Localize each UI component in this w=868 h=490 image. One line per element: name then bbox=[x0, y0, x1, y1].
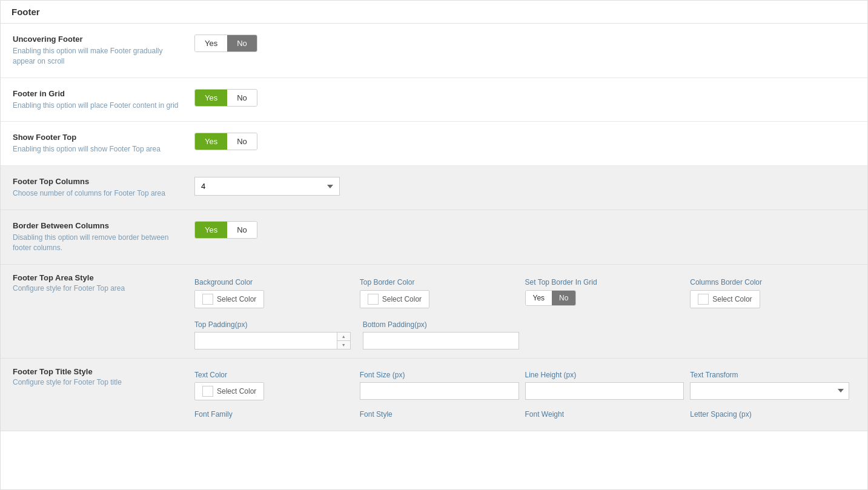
top-padding-input[interactable] bbox=[195, 333, 350, 349]
footer-top-area-style-label: Footer Top Area Style Configure style fo… bbox=[13, 273, 194, 293]
footer-top-columns-desc: Choose number of columns for Footer Top … bbox=[13, 188, 182, 199]
top-border-color-btn-label: Select Color bbox=[382, 295, 422, 303]
top-border-color-cell: Top Border Color Select Color bbox=[360, 273, 525, 313]
footer-top-title-style-content: Text Color Select Color Font Size (px) L… bbox=[194, 367, 855, 422]
bottom-padding-input-wrap bbox=[363, 332, 519, 349]
uncovering-footer-row: Uncovering Footer Enabling this option w… bbox=[1, 24, 867, 78]
footer-top-area-style-title: Footer Top Area Style bbox=[13, 273, 194, 282]
footer-top-columns-row: Footer Top Columns Choose number of colu… bbox=[1, 166, 867, 210]
border-between-columns-row: Border Between Columns Disabling this op… bbox=[1, 210, 867, 265]
footer-in-grid-yes[interactable]: Yes bbox=[195, 90, 227, 106]
title-style-grid-2: Font Family Font Style Font Weight Lette… bbox=[194, 406, 855, 422]
border-between-columns-title: Border Between Columns bbox=[13, 221, 182, 230]
footer-in-grid-no[interactable]: No bbox=[227, 90, 257, 106]
bg-color-btn[interactable]: Select Color bbox=[194, 290, 264, 308]
letter-spacing-label: Letter Spacing (px) bbox=[690, 410, 849, 419]
show-footer-top-toggle: Yes No bbox=[194, 133, 257, 150]
line-height-cell: Line Height (px) bbox=[525, 367, 691, 404]
bottom-padding-label: Bottom Padding(px) bbox=[363, 320, 519, 329]
bottom-padding-input[interactable] bbox=[363, 333, 518, 349]
uncovering-footer-toggle: Yes No bbox=[194, 35, 257, 52]
line-height-input[interactable] bbox=[525, 382, 684, 400]
spinner-up-icon[interactable]: ▲ bbox=[337, 333, 350, 341]
uncovering-footer-title: Uncovering Footer bbox=[13, 35, 182, 44]
top-border-color-btn[interactable]: Select Color bbox=[360, 290, 429, 308]
bg-color-label: Background Color bbox=[194, 278, 354, 286]
font-family-cell: Font Family bbox=[194, 406, 360, 422]
footer-top-area-style-row: Footer Top Area Style Configure style fo… bbox=[1, 265, 867, 359]
text-color-swatch bbox=[202, 386, 213, 397]
padding-row: Top Padding(px) ▲ ▼ Bottom Padding(px) bbox=[194, 320, 855, 349]
footer-in-grid-desc: Enabling this option will place Footer c… bbox=[13, 101, 182, 111]
uncovering-footer-label: Uncovering Footer Enabling this option w… bbox=[13, 35, 194, 67]
border-between-yes[interactable]: Yes bbox=[195, 222, 227, 238]
set-top-border-cell: Set Top Border In Grid Yes No bbox=[525, 273, 691, 313]
uncovering-footer-yes[interactable]: Yes bbox=[195, 35, 227, 51]
page-title: Footer bbox=[1, 1, 867, 24]
font-style-cell: Font Style bbox=[360, 406, 525, 422]
show-footer-top-label: Show Footer Top Enabling this option wil… bbox=[13, 133, 194, 154]
text-color-cell: Text Color Select Color bbox=[194, 367, 360, 404]
top-border-color-label: Top Border Color bbox=[360, 278, 519, 286]
font-style-label: Font Style bbox=[360, 410, 519, 419]
footer-in-grid-label: Footer in Grid Enabling this option will… bbox=[13, 89, 194, 111]
footer-top-title-style-row: Footer Top Title Style Configure style f… bbox=[1, 359, 867, 431]
bottom-padding-cell: Bottom Padding(px) bbox=[363, 320, 519, 349]
top-border-color-swatch bbox=[368, 294, 379, 305]
line-height-label: Line Height (px) bbox=[525, 371, 684, 379]
footer-top-columns-select[interactable]: 4 1 2 3 bbox=[194, 177, 340, 196]
set-top-border-label: Set Top Border In Grid bbox=[525, 278, 684, 286]
top-padding-label: Top Padding(px) bbox=[194, 320, 351, 329]
set-top-border-toggle: Yes No bbox=[525, 290, 577, 306]
bg-color-swatch bbox=[202, 294, 213, 305]
columns-border-color-label: Columns Border Color bbox=[690, 278, 849, 286]
columns-border-color-cell: Columns Border Color Select Color bbox=[690, 273, 855, 313]
text-color-btn-label: Select Color bbox=[217, 387, 256, 396]
page-wrapper: Footer Uncovering Footer Enabling this o… bbox=[0, 0, 868, 490]
uncovering-footer-desc: Enabling this option will make Footer gr… bbox=[13, 46, 182, 67]
footer-top-title-style-desc: Configure style for Footer Top title bbox=[13, 378, 194, 386]
set-top-border-no[interactable]: No bbox=[552, 291, 575, 305]
text-transform-select[interactable]: None Uppercase Lowercase Capitalize bbox=[690, 382, 849, 400]
font-size-cell: Font Size (px) bbox=[360, 367, 525, 404]
footer-in-grid-row: Footer in Grid Enabling this option will… bbox=[1, 78, 867, 122]
padding-spacer2 bbox=[699, 320, 855, 349]
letter-spacing-cell: Letter Spacing (px) bbox=[690, 406, 855, 422]
show-footer-top-title: Show Footer Top bbox=[13, 133, 182, 142]
footer-in-grid-title: Footer in Grid bbox=[13, 89, 182, 98]
footer-top-color-grid: Background Color Select Color Top Border… bbox=[194, 273, 855, 313]
footer-in-grid-content: Yes No bbox=[194, 89, 855, 107]
uncovering-footer-no[interactable]: No bbox=[227, 35, 257, 51]
top-padding-input-wrap: ▲ ▼ bbox=[194, 332, 351, 349]
columns-border-color-btn[interactable]: Select Color bbox=[690, 290, 760, 308]
footer-in-grid-toggle: Yes No bbox=[194, 89, 257, 107]
border-between-columns-label: Border Between Columns Disabling this op… bbox=[13, 221, 194, 253]
set-top-border-yes[interactable]: Yes bbox=[526, 291, 552, 305]
font-family-label: Font Family bbox=[194, 410, 354, 419]
spinner-down-icon[interactable]: ▼ bbox=[337, 341, 350, 349]
padding-spacer1 bbox=[531, 320, 687, 349]
top-padding-cell: Top Padding(px) ▲ ▼ bbox=[194, 320, 351, 349]
show-footer-top-yes[interactable]: Yes bbox=[195, 133, 227, 150]
font-weight-label: Font Weight bbox=[525, 410, 684, 419]
show-footer-top-no[interactable]: No bbox=[227, 133, 257, 150]
footer-top-columns-content: 4 1 2 3 bbox=[194, 177, 855, 196]
footer-top-title-style-label: Footer Top Title Style Configure style f… bbox=[13, 367, 194, 386]
footer-top-columns-label: Footer Top Columns Choose number of colu… bbox=[13, 177, 194, 199]
font-weight-cell: Font Weight bbox=[525, 406, 691, 422]
title-style-grid-1: Text Color Select Color Font Size (px) L… bbox=[194, 367, 855, 404]
border-between-columns-content: Yes No bbox=[194, 221, 855, 239]
text-color-label: Text Color bbox=[194, 371, 354, 379]
text-color-btn[interactable]: Select Color bbox=[194, 382, 264, 400]
footer-top-title-style-title: Footer Top Title Style bbox=[13, 367, 194, 376]
font-size-input[interactable] bbox=[360, 382, 519, 400]
footer-top-columns-title: Footer Top Columns bbox=[13, 177, 182, 186]
show-footer-top-desc: Enabling this option will show Footer To… bbox=[13, 144, 182, 154]
font-size-label: Font Size (px) bbox=[360, 371, 519, 379]
border-between-no[interactable]: No bbox=[227, 222, 257, 238]
bg-color-btn-label: Select Color bbox=[217, 295, 256, 303]
top-padding-spinner[interactable]: ▲ ▼ bbox=[337, 333, 350, 349]
footer-top-area-style-desc: Configure style for Footer Top area bbox=[13, 284, 194, 293]
border-between-columns-toggle: Yes No bbox=[194, 221, 257, 239]
border-between-columns-desc: Disabling this option will remove border… bbox=[13, 233, 182, 253]
